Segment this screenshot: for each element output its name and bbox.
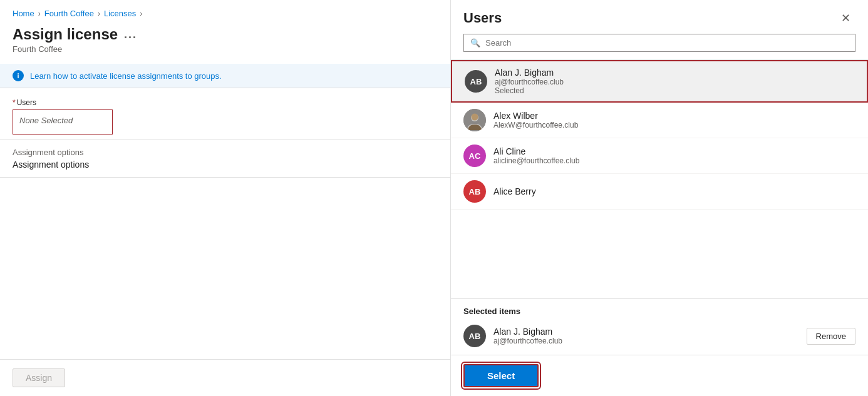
avatar-alex xyxy=(463,109,486,131)
divider-3 xyxy=(0,177,450,178)
breadcrumb-licenses[interactable]: Licenses xyxy=(104,9,136,18)
user-email-ali: alicline@fourthcoffee.club xyxy=(493,156,579,165)
right-panel: Users ✕ 🔍 AB Alan J. Bigham aj@fourthcof… xyxy=(451,0,868,396)
user-email-alex: AlexW@fourthcoffee.club xyxy=(493,121,578,129)
selected-user-name-alan: Alan J. Bigham xyxy=(493,327,799,337)
user-list: AB Alan J. Bigham aj@fourthcoffee.club S… xyxy=(451,59,868,298)
breadcrumb-sep-3: › xyxy=(140,9,142,18)
user-name-ali: Ali Cline xyxy=(493,146,579,156)
users-section: *Users None Selected xyxy=(0,88,450,140)
user-name-alice: Alice Berry xyxy=(493,186,536,196)
user-selected-tag-alan: Selected xyxy=(495,86,564,95)
avatar-alan: AB xyxy=(465,70,487,93)
left-footer: Assign xyxy=(0,359,450,396)
page-title-row: Assign license ... xyxy=(0,23,450,44)
selected-user-row-alan: AB Alan J. Bigham aj@fourthcoffee.club R… xyxy=(463,322,855,350)
panel-header: Users ✕ xyxy=(451,0,868,34)
select-button[interactable]: Select xyxy=(463,364,539,387)
avatar-alice: AB xyxy=(463,180,486,203)
selected-avatar-alan: AB xyxy=(463,325,486,347)
user-item-ali[interactable]: AC Ali Cline alicline@fourthcoffee.club xyxy=(451,138,868,174)
assign-button[interactable]: Assign xyxy=(13,368,65,387)
assignment-options-value[interactable]: Assignment options xyxy=(13,160,438,170)
panel-footer: Select xyxy=(451,355,868,396)
user-info-alice: Alice Berry xyxy=(493,186,536,196)
selected-user-email-alan: aj@fourthcoffee.club xyxy=(493,337,799,345)
user-info-alan: Alan J. Bigham aj@fourthcoffee.club Sele… xyxy=(495,68,564,95)
users-field-label: *Users xyxy=(13,98,438,107)
svg-point-2 xyxy=(472,114,478,121)
page-title-text: Assign license xyxy=(13,26,118,43)
user-item-alan[interactable]: AB Alan J. Bigham aj@fourthcoffee.club S… xyxy=(451,60,868,103)
left-panel: Home › Fourth Coffee › Licenses › Assign… xyxy=(0,0,451,396)
panel-title: Users xyxy=(463,10,502,26)
assignment-options-section: Assignment options Assignment options xyxy=(0,140,450,177)
search-input[interactable] xyxy=(485,38,849,48)
user-info-alex: Alex Wilber AlexW@fourthcoffee.club xyxy=(493,111,578,129)
users-input-box[interactable]: None Selected xyxy=(13,109,113,135)
breadcrumb-sep-1: › xyxy=(38,9,41,18)
breadcrumb-fourth-coffee[interactable]: Fourth Coffee xyxy=(44,9,94,18)
user-email-alan: aj@fourthcoffee.club xyxy=(495,78,564,86)
selected-items-title: Selected items xyxy=(463,307,855,316)
users-none-selected: None Selected xyxy=(19,116,73,125)
selected-user-info-alan: Alan J. Bigham aj@fourthcoffee.club xyxy=(493,327,799,345)
required-marker: * xyxy=(13,98,16,107)
avatar-ali: AC xyxy=(463,145,486,167)
breadcrumb-sep-2: › xyxy=(98,9,100,18)
user-name-alan: Alan J. Bigham xyxy=(495,68,564,78)
search-icon: 🔍 xyxy=(470,38,480,48)
assignment-options-label: Assignment options xyxy=(13,148,438,157)
info-text: Learn how to activate license assignment… xyxy=(30,71,222,81)
user-info-ali: Ali Cline alicline@fourthcoffee.club xyxy=(493,146,579,165)
selected-items-section: Selected items AB Alan J. Bigham aj@four… xyxy=(451,298,868,355)
page-subtitle: Fourth Coffee xyxy=(0,44,450,64)
breadcrumb-home[interactable]: Home xyxy=(13,9,34,18)
user-item-alice[interactable]: AB Alice Berry xyxy=(451,174,868,210)
info-banner: i Learn how to activate license assignme… xyxy=(0,64,450,88)
user-name-alex: Alex Wilber xyxy=(493,111,578,121)
remove-button-alan[interactable]: Remove xyxy=(807,328,855,345)
close-button[interactable]: ✕ xyxy=(836,10,855,26)
user-item-alex[interactable]: Alex Wilber AlexW@fourthcoffee.club xyxy=(451,103,868,138)
search-bar: 🔍 xyxy=(463,34,855,52)
breadcrumb: Home › Fourth Coffee › Licenses › xyxy=(0,0,450,23)
more-options-button[interactable]: ... xyxy=(124,28,137,41)
info-link[interactable]: Learn how to activate license assignment… xyxy=(30,71,222,81)
info-icon: i xyxy=(13,70,24,81)
